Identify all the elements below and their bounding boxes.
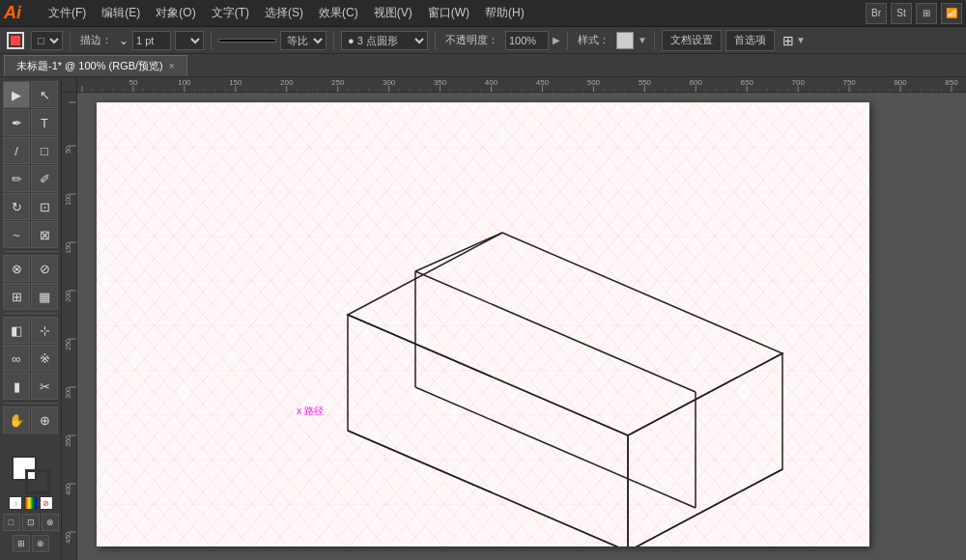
- text-tool[interactable]: T: [31, 109, 58, 136]
- menu-edit[interactable]: 编辑(E): [94, 3, 148, 23]
- stroke-box[interactable]: [25, 469, 50, 494]
- stroke-style-select[interactable]: 等比: [280, 31, 327, 50]
- rect-tool[interactable]: □: [31, 137, 58, 164]
- column-graph-tool[interactable]: ▮: [3, 373, 30, 400]
- perspective-tool[interactable]: ⊘: [31, 255, 58, 282]
- menu-help[interactable]: 帮助(H): [477, 3, 532, 23]
- svg-text:350: 350: [65, 435, 71, 447]
- stroke-icon: ⌄: [119, 34, 128, 47]
- svg-text:200: 200: [65, 291, 71, 302]
- bridge-icon[interactable]: Br: [866, 3, 887, 24]
- warp-tool[interactable]: ~: [3, 221, 30, 248]
- menu-select[interactable]: 选择(S): [257, 3, 311, 23]
- svg-text:200: 200: [280, 78, 294, 87]
- slice-tool[interactable]: ✂: [31, 373, 58, 400]
- eyedropper-tool[interactable]: ⊹: [31, 317, 58, 344]
- svg-text:450: 450: [65, 532, 71, 544]
- pencil-tool[interactable]: ✐: [31, 165, 58, 192]
- stroke-width-input[interactable]: [132, 31, 171, 50]
- gradient-tools-row: ◧ ⊹: [3, 317, 58, 344]
- tab-close-button[interactable]: ×: [169, 61, 175, 71]
- symbol-tool[interactable]: ※: [31, 345, 58, 372]
- style-swatch[interactable]: [616, 32, 634, 49]
- line-tools-row: / □: [3, 137, 58, 164]
- ai-logo: Ai: [4, 3, 33, 23]
- brush-tool[interactable]: ✏: [3, 165, 30, 192]
- gradient-icon[interactable]: [24, 496, 38, 510]
- fill-stroke-container: [12, 456, 50, 494]
- ruler-left: 50100150200250300350400450: [62, 93, 77, 560]
- draw-mode-icons: □ ⊡ ⊗: [3, 514, 59, 531]
- none-fill-icon[interactable]: ⊘: [40, 496, 53, 510]
- preferences-button[interactable]: 首选项: [725, 30, 775, 51]
- draw-normal-icon[interactable]: □: [3, 514, 20, 531]
- zoom-tool[interactable]: ⊕: [31, 406, 58, 434]
- grid-icon[interactable]: ⊞: [916, 3, 937, 24]
- color-mode-icon[interactable]: ◑: [9, 496, 22, 510]
- doc-settings-button[interactable]: 文档设置: [662, 30, 722, 51]
- svg-text:250: 250: [65, 339, 71, 350]
- line-tool[interactable]: /: [3, 137, 30, 164]
- direct-select-tool[interactable]: ↖: [31, 81, 58, 108]
- stroke-unit[interactable]: [175, 31, 204, 50]
- menu-view[interactable]: 视图(V): [366, 3, 420, 23]
- pen-tools-row: ✒ T: [3, 109, 58, 136]
- canvas-area[interactable]: // We'll generate ruler marks in the inl…: [62, 77, 966, 560]
- wifi-icon[interactable]: 📶: [941, 3, 962, 24]
- svg-rect-0: [77, 77, 966, 92]
- brush-selector[interactable]: ● 3 点圆形: [341, 31, 428, 50]
- tool-separator-1: [4, 251, 58, 252]
- svg-text:400: 400: [65, 484, 71, 495]
- shape-builder-tool[interactable]: ⊗: [3, 255, 30, 282]
- draw-inside-icon[interactable]: ⊗: [42, 514, 59, 531]
- stroke-label: 描边：: [77, 33, 115, 47]
- graph-tool[interactable]: ▦: [31, 283, 58, 310]
- svg-line-139: [415, 387, 696, 508]
- artboard[interactable]: x 路径: [97, 102, 869, 546]
- tool-separator-2: [4, 313, 58, 314]
- pen-tool[interactable]: ✒: [3, 109, 30, 136]
- svg-text:100: 100: [65, 194, 71, 206]
- canvas-content[interactable]: x 路径: [77, 93, 966, 560]
- svg-text:750: 750: [842, 78, 856, 87]
- menu-type[interactable]: 文字(T): [204, 3, 257, 23]
- svg-text:150: 150: [65, 242, 71, 254]
- menu-object[interactable]: 对象(O): [148, 3, 203, 23]
- extra-icons: ⊞ ▼: [782, 33, 806, 48]
- magnify-icon[interactable]: ⊕: [32, 535, 49, 552]
- tool-separator-3: [4, 403, 58, 404]
- divider5: [567, 31, 568, 50]
- stroke-preview-container: 等比: [218, 31, 327, 50]
- menu-bar: Ai 文件(F) 编辑(E) 对象(O) 文字(T) 选择(S) 效果(C) 视…: [0, 0, 966, 27]
- svg-text:400: 400: [485, 78, 498, 87]
- screen-mode-icon[interactable]: ⊞: [13, 535, 30, 552]
- mesh-tool[interactable]: ⊞: [3, 283, 30, 310]
- svg-text:350: 350: [434, 78, 447, 87]
- gradient-tool[interactable]: ◧: [3, 317, 30, 344]
- select-tool[interactable]: ▶: [3, 81, 30, 108]
- stock-icon[interactable]: St: [891, 3, 912, 24]
- scale-tool[interactable]: ⊡: [31, 193, 58, 220]
- opacity-input[interactable]: [505, 31, 549, 50]
- menu-effect[interactable]: 效果(C): [311, 3, 366, 23]
- svg-text:300: 300: [383, 78, 396, 87]
- tab-bar: 未标题-1* @ 100% (RGB/预览) ×: [0, 54, 966, 77]
- hand-tool[interactable]: ✋: [3, 406, 30, 434]
- draw-behind-icon[interactable]: ⊡: [22, 514, 40, 531]
- svg-text:50: 50: [128, 78, 137, 87]
- menu-window[interactable]: 窗口(W): [420, 3, 477, 23]
- opacity-arrow: ▶: [553, 35, 560, 45]
- free-transform-tool[interactable]: ⊠: [31, 221, 58, 248]
- svg-text:450: 450: [536, 78, 550, 87]
- svg-text:x 路径: x 路径: [297, 406, 324, 416]
- svg-text:250: 250: [331, 78, 345, 87]
- rotate-tool[interactable]: ↻: [3, 193, 30, 220]
- shape-selector[interactable]: □: [31, 31, 63, 50]
- document-tab[interactable]: 未标题-1* @ 100% (RGB/预览) ×: [4, 55, 187, 76]
- svg-text:600: 600: [690, 78, 703, 87]
- arrange-icon[interactable]: ⊞: [782, 33, 794, 48]
- brush-tools-row: ✏ ✐: [3, 165, 58, 192]
- menu-file[interactable]: 文件(F): [41, 3, 94, 23]
- style-arrow: ▼: [638, 35, 647, 45]
- blend-tool[interactable]: ∞: [3, 345, 30, 372]
